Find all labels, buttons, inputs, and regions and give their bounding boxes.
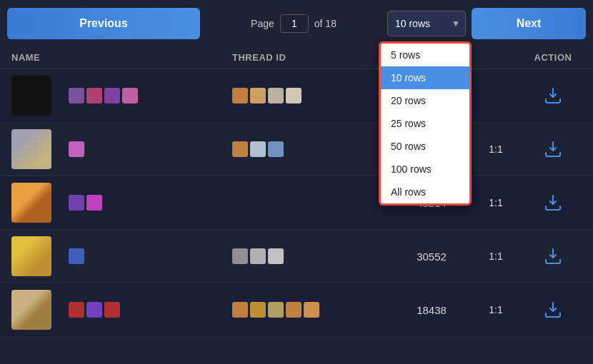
table-header: NAME THREAD ID COUNT ACTION bbox=[0, 46, 593, 69]
swatch bbox=[69, 302, 84, 318]
dropdown-item-10rows[interactable]: 10 rows bbox=[381, 66, 469, 89]
color-swatches-2 bbox=[69, 141, 232, 157]
swatch bbox=[268, 141, 284, 157]
table-row: 43214 1:1 bbox=[0, 176, 593, 230]
swatch bbox=[286, 88, 302, 103]
table-row: 18438 1:1 bbox=[0, 283, 593, 337]
next-button[interactable]: Next bbox=[472, 8, 586, 39]
swatch bbox=[86, 302, 102, 318]
thread-swatches-1 bbox=[232, 88, 396, 103]
swatch bbox=[232, 141, 248, 157]
dropdown-item-25rows[interactable]: 25 rows bbox=[381, 112, 469, 135]
download-icon bbox=[544, 194, 562, 211]
ratio-value: 1:1 bbox=[467, 197, 524, 208]
thumbnail bbox=[11, 236, 69, 276]
swatch bbox=[69, 195, 84, 211]
download-icon bbox=[544, 87, 562, 104]
swatch bbox=[86, 195, 102, 211]
swatch bbox=[250, 302, 266, 318]
dropdown-item-100rows[interactable]: 100 rows bbox=[381, 158, 469, 181]
swatch bbox=[69, 248, 84, 264]
rows-dropdown: 5 rows 10 rows 20 rows 25 rows 50 rows 1… bbox=[379, 41, 472, 206]
swatch bbox=[268, 88, 284, 103]
ratio-value: 1:1 bbox=[467, 304, 524, 315]
col-header-action: ACTION bbox=[524, 52, 582, 63]
col-header-swatches bbox=[69, 52, 232, 63]
previous-button[interactable]: Previous bbox=[7, 8, 200, 39]
swatch bbox=[250, 141, 266, 157]
ratio-value: 1:1 bbox=[467, 251, 524, 262]
thumbnail bbox=[11, 183, 69, 223]
swatch bbox=[104, 302, 120, 318]
swatch bbox=[250, 88, 266, 103]
download-icon bbox=[544, 141, 562, 158]
pagination-bar: Previous Page of 18 5 rows 10 rows 20 ro… bbox=[0, 0, 593, 46]
download-button[interactable] bbox=[524, 194, 582, 211]
color-swatches-5 bbox=[69, 302, 232, 318]
page-number-input[interactable] bbox=[280, 14, 309, 33]
swatch bbox=[268, 248, 284, 264]
thread-swatches-4 bbox=[232, 248, 396, 264]
of-label: of 18 bbox=[314, 18, 337, 29]
thumbnail bbox=[11, 129, 69, 169]
color-swatches-4 bbox=[69, 248, 232, 264]
dropdown-item-allrows[interactable]: All rows bbox=[381, 181, 469, 203]
download-icon bbox=[544, 301, 562, 318]
color-swatches-1 bbox=[69, 88, 232, 103]
dropdown-item-20rows[interactable]: 20 rows bbox=[381, 89, 469, 112]
page-info: Page of 18 bbox=[206, 14, 382, 33]
thread-swatches-2 bbox=[232, 141, 396, 157]
col-header-ratio bbox=[467, 52, 524, 63]
col-header-name: NAME bbox=[11, 52, 69, 63]
download-button[interactable] bbox=[524, 141, 582, 158]
download-icon bbox=[544, 248, 562, 265]
col-header-thread-id: THREAD ID bbox=[232, 52, 396, 63]
rows-select-wrapper: 5 rows 10 rows 20 rows 25 rows 50 rows 1… bbox=[387, 11, 466, 36]
swatch bbox=[104, 88, 120, 103]
dropdown-item-50rows[interactable]: 50 rows bbox=[381, 135, 469, 158]
swatch bbox=[232, 88, 248, 103]
table-row: 48896 bbox=[0, 69, 593, 123]
download-button[interactable] bbox=[524, 87, 582, 104]
download-button[interactable] bbox=[524, 248, 582, 265]
swatch bbox=[122, 88, 138, 103]
swatch bbox=[69, 141, 84, 157]
swatch bbox=[232, 302, 248, 318]
count-value: 18438 bbox=[396, 304, 467, 316]
count-value: 30552 bbox=[396, 251, 467, 263]
table-row: 45982 1:1 bbox=[0, 123, 593, 176]
dropdown-item-5rows[interactable]: 5 rows bbox=[381, 44, 469, 66]
swatch bbox=[286, 302, 302, 318]
swatch bbox=[304, 302, 319, 318]
swatch bbox=[268, 302, 284, 318]
page-label: Page bbox=[251, 18, 274, 29]
rows-per-page-select[interactable]: 5 rows 10 rows 20 rows 25 rows 50 rows 1… bbox=[387, 11, 466, 36]
swatch bbox=[69, 88, 84, 103]
thumbnail bbox=[11, 290, 69, 330]
download-button[interactable] bbox=[524, 301, 582, 318]
table-row: 30552 1:1 bbox=[0, 230, 593, 283]
swatch bbox=[86, 88, 102, 103]
ratio-value: 1:1 bbox=[467, 143, 524, 155]
thread-swatches-5 bbox=[232, 302, 396, 318]
color-swatches-3 bbox=[69, 195, 232, 211]
swatch bbox=[232, 248, 248, 264]
swatch bbox=[250, 248, 266, 264]
thumbnail bbox=[11, 76, 69, 116]
